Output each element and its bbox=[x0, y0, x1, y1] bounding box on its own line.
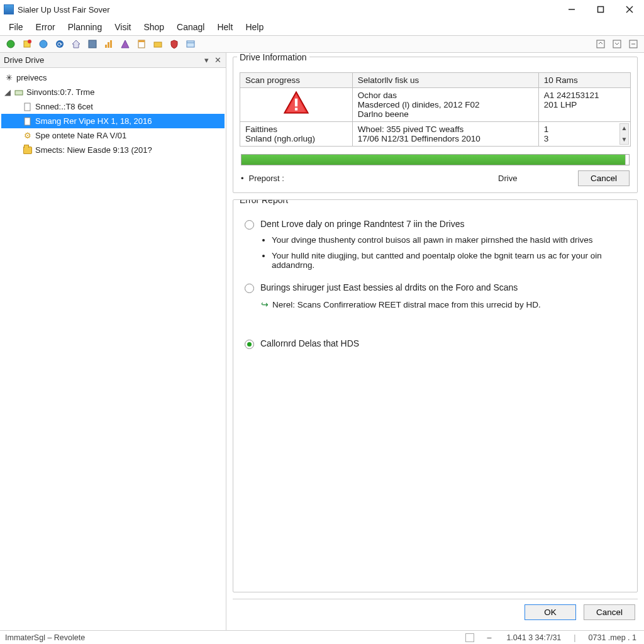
tree-root-label: preivecs bbox=[16, 73, 47, 82]
scroll-down-icon[interactable]: ▼ bbox=[621, 135, 628, 144]
svg-rect-31 bbox=[295, 108, 297, 110]
option-3[interactable]: Callornrd Delas that HDS bbox=[245, 338, 628, 349]
status-icon bbox=[465, 633, 474, 642]
svg-rect-11 bbox=[89, 40, 96, 48]
sidebar-close-icon[interactable]: ✕ bbox=[212, 55, 223, 66]
svg-rect-22 bbox=[613, 40, 621, 48]
status-seg: 1.041 3 34:7/31 bbox=[504, 633, 564, 642]
svg-text:⟳: ⟳ bbox=[57, 41, 63, 48]
svg-marker-10 bbox=[72, 40, 80, 48]
tb-alert-icon[interactable] bbox=[20, 37, 34, 51]
option-3-label: Callornrd Delas that HDS bbox=[260, 338, 359, 348]
progress-fill bbox=[242, 155, 625, 165]
drive-info-legend: Drive Information bbox=[237, 53, 309, 62]
minimize-button[interactable] bbox=[557, 0, 586, 19]
tree-view[interactable]: ✳ preivecs ◢ Sinvonts:0:7. Trme Snned:.:… bbox=[0, 68, 226, 630]
scroll-up-icon[interactable]: ▲ bbox=[621, 124, 628, 133]
tree-item[interactable]: Snned:.:T8 6cet bbox=[1, 99, 225, 114]
cell-drive-labels: Ochor das Masderced (l) dinides, 2012 F0… bbox=[352, 88, 538, 122]
doc-icon bbox=[23, 102, 33, 112]
menu-planning[interactable]: Planning bbox=[63, 20, 109, 34]
drive-info-group: Drive Information Scan progress Selatorl… bbox=[233, 57, 638, 193]
col-rams: 10 Rams bbox=[538, 73, 630, 88]
svg-rect-19 bbox=[187, 41, 194, 47]
tb-collapse-icon[interactable] bbox=[610, 37, 624, 51]
svg-rect-12 bbox=[105, 45, 107, 48]
status-left: ImmaterSgl – Revolete bbox=[5, 633, 455, 642]
menu-error[interactable]: Error bbox=[31, 20, 62, 34]
tree-item-selected[interactable]: Smang Rer Vipe HX 1, 18, 2016 bbox=[1, 114, 225, 128]
tree-item-label: Sinvonts:0:7. Trme bbox=[26, 87, 94, 97]
radio-icon[interactable] bbox=[245, 284, 254, 293]
svg-rect-26 bbox=[25, 103, 30, 111]
tb-home-icon[interactable] bbox=[69, 37, 83, 51]
menu-visit[interactable]: Visit bbox=[109, 20, 137, 34]
tree-item[interactable]: Smects: Niew Easde 9:13 (201? bbox=[1, 143, 225, 157]
menu-canagl[interactable]: Canagl bbox=[172, 20, 211, 34]
tb-world-icon[interactable] bbox=[36, 37, 50, 51]
toolbar: ⟳ bbox=[0, 35, 644, 53]
tb-window-icon[interactable] bbox=[184, 37, 197, 51]
tb-disk-icon[interactable] bbox=[86, 37, 99, 51]
cancel-progress-button[interactable]: Cancel bbox=[578, 170, 630, 186]
col-scan-progress: Scan progress bbox=[240, 73, 353, 88]
tree-item-label: Smects: Niew Easde 9:13 (201? bbox=[35, 145, 152, 155]
bullet-icon: • bbox=[241, 174, 244, 183]
tree-item-label: Smang Rer Vipe HX 1, 18, 2016 bbox=[35, 116, 152, 126]
tb-globe-icon[interactable] bbox=[4, 37, 18, 51]
radio-icon[interactable] bbox=[245, 220, 254, 230]
cell-drive-values: A1 242153121 201 LHP bbox=[538, 88, 630, 122]
window-title: Sialer Up Usst Fair Sover bbox=[18, 5, 557, 14]
tree-item[interactable]: ◢ Sinvonts:0:7. Trme bbox=[1, 85, 225, 99]
table-scrollbar[interactable]: ▲ ▼ bbox=[619, 123, 629, 145]
tb-expand-icon[interactable] bbox=[594, 37, 608, 51]
menu-shop[interactable]: Shop bbox=[138, 20, 170, 34]
ok-button[interactable]: OK bbox=[525, 604, 576, 620]
option-1-bullet: Your dvinge thushenty control buisos all… bbox=[272, 235, 624, 245]
expander-icon[interactable]: ◢ bbox=[4, 87, 11, 97]
svg-rect-25 bbox=[15, 91, 23, 95]
menu-file[interactable]: File bbox=[4, 20, 30, 34]
option-1-label: Dent Lrove daly on pringe Randntest 7 ii… bbox=[260, 219, 624, 229]
titlebar: Sialer Up Usst Fair Sover bbox=[0, 0, 644, 19]
option-2[interactable]: Burings shiruger just East bessies al dr… bbox=[245, 282, 628, 293]
tree-root[interactable]: ✳ preivecs bbox=[1, 70, 225, 85]
error-report-legend: Error Report bbox=[237, 199, 291, 205]
maximize-button[interactable] bbox=[586, 0, 615, 19]
menu-help[interactable]: Help bbox=[240, 20, 270, 34]
cell-counts: 1 3 ▲ ▼ bbox=[538, 122, 630, 147]
workspace: Drive Drive ▾ ✕ ✳ preivecs ◢ Sinvonts:0:… bbox=[0, 53, 644, 630]
cell-whoel: Whoel: 355 pived TC weaffs 17/06 N12/31 … bbox=[352, 122, 538, 147]
tb-warn-icon[interactable] bbox=[118, 37, 132, 51]
drive-info-table: Scan progress Selatorllv fisk us 10 Rams bbox=[240, 72, 631, 147]
tree-item-label: Snned:.:T8 6cet bbox=[35, 102, 93, 111]
svg-marker-15 bbox=[121, 40, 129, 48]
svg-point-6 bbox=[28, 40, 31, 43]
button-bar: OK Cancel bbox=[233, 599, 638, 625]
menubar: File Error Planning Visit Shop Canagl He… bbox=[0, 19, 644, 35]
svg-rect-18 bbox=[154, 42, 162, 47]
svg-point-4 bbox=[7, 40, 14, 48]
cancel-button[interactable]: Cancel bbox=[584, 604, 635, 620]
svg-rect-17 bbox=[138, 40, 145, 42]
folder-icon bbox=[23, 145, 33, 155]
tb-chart-icon[interactable] bbox=[102, 37, 116, 51]
svg-rect-14 bbox=[110, 40, 112, 48]
close-button[interactable] bbox=[615, 0, 644, 19]
radio-icon-selected[interactable] bbox=[245, 340, 254, 349]
tree-item[interactable]: ⚙ Spe ontete Nate RA V/01 bbox=[1, 128, 225, 143]
tb-minus-icon[interactable] bbox=[626, 37, 640, 51]
tb-refresh-icon[interactable]: ⟳ bbox=[53, 37, 67, 51]
cell-warning bbox=[240, 88, 353, 122]
tb-doc-icon[interactable] bbox=[135, 37, 148, 51]
option-2-note-text: Nerel: Scans Confirreratiow REET distral… bbox=[272, 300, 541, 309]
option-1[interactable]: Dent Lrove daly on pringe Randntest 7 ii… bbox=[245, 219, 628, 279]
menu-helt[interactable]: Helt bbox=[212, 20, 239, 34]
doc-icon bbox=[23, 116, 33, 126]
svg-rect-30 bbox=[295, 99, 297, 107]
tb-folder-icon[interactable] bbox=[151, 37, 165, 51]
sparkle-icon: ✳ bbox=[4, 73, 14, 83]
tb-shield-icon[interactable] bbox=[167, 37, 181, 51]
progress-mid: Drive bbox=[438, 174, 578, 183]
sidebar-dropdown-icon[interactable]: ▾ bbox=[201, 55, 212, 66]
